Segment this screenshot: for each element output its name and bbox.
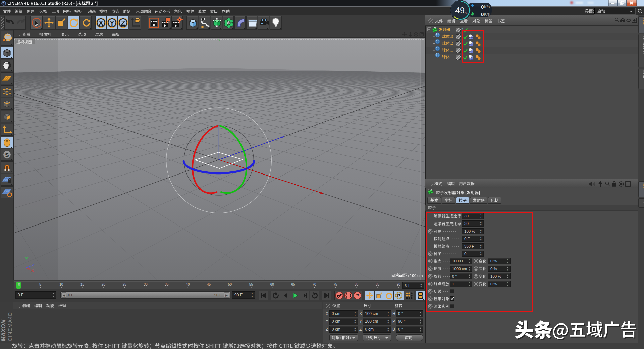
- svg-text:Y: Y: [25, 257, 28, 261]
- svg-text:K/s: K/s: [484, 5, 490, 9]
- svg-text:Z: Z: [32, 263, 34, 267]
- svg-text:50: 50: [228, 283, 232, 286]
- svg-text:45: 45: [207, 283, 211, 286]
- svg-text:X: X: [31, 268, 34, 272]
- svg-text:CINEMA4D: CINEMA4D: [7, 312, 13, 341]
- svg-text:P: P: [397, 293, 400, 298]
- svg-text:15: 15: [80, 283, 85, 286]
- svg-text:65: 65: [291, 283, 296, 286]
- svg-text:55: 55: [249, 283, 253, 286]
- svg-text:40: 40: [186, 283, 190, 286]
- svg-text:0: 0: [481, 4, 484, 10]
- svg-text:90: 90: [397, 283, 401, 286]
- svg-text:Y: Y: [110, 19, 114, 27]
- svg-text:75: 75: [333, 283, 337, 286]
- svg-text:Z: Z: [121, 19, 125, 27]
- svg-text:0: 0: [18, 283, 20, 286]
- svg-text:K/s: K/s: [484, 12, 490, 17]
- svg-text:80: 80: [355, 283, 359, 286]
- svg-text:5: 5: [39, 283, 41, 286]
- svg-text:10: 10: [59, 283, 63, 286]
- svg-text:30: 30: [144, 283, 148, 286]
- svg-text:S: S: [5, 152, 9, 158]
- svg-text:X: X: [99, 19, 103, 27]
- svg-text:20: 20: [102, 283, 106, 286]
- svg-text:35: 35: [165, 283, 169, 286]
- svg-text:60: 60: [270, 283, 274, 286]
- svg-text:?: ?: [356, 293, 359, 298]
- svg-text:49: 49: [455, 6, 465, 15]
- svg-text:%: %: [465, 11, 468, 15]
- svg-text:0: 0: [481, 11, 484, 17]
- svg-text:85: 85: [376, 283, 380, 286]
- svg-text:70: 70: [312, 283, 316, 286]
- svg-text:25: 25: [123, 283, 127, 286]
- svg-text:MAXON: MAXON: [0, 319, 7, 341]
